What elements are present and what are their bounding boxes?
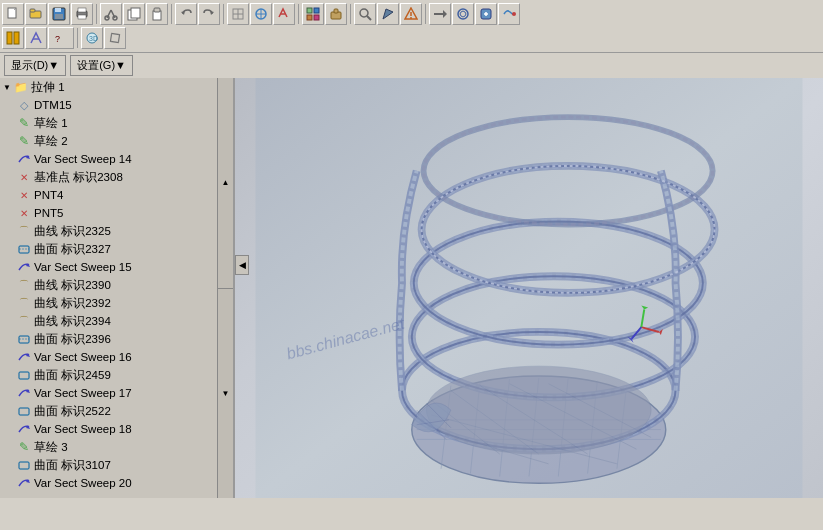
svg-marker-18 [181, 11, 185, 15]
tb2-btn-5[interactable] [104, 27, 126, 49]
tree-item-sketch1[interactable]: ✎ 草绘 1 [0, 114, 233, 132]
expand-arrow-root[interactable]: ▼ [2, 82, 12, 92]
tree-item-curve2325[interactable]: ⌒ 曲线 标识2325 [0, 222, 233, 240]
undo-btn[interactable] [175, 3, 197, 25]
tree-item-curve2392[interactable]: ⌒ 曲线 标识2392 [0, 294, 233, 312]
icon-surface3107 [16, 457, 32, 473]
tree-item-pnt2308[interactable]: ✕ 基准点 标识2308 [0, 168, 233, 186]
sep1 [96, 4, 97, 24]
tb2-btn-2[interactable] [25, 27, 47, 49]
tree-item-sweep16[interactable]: Var Sect Sweep 16 [0, 348, 233, 366]
feature-tree[interactable]: ▼ 📁 拉伸 1 ◇ DTM15 ✎ 草绘 1 ✎ 草绘 2 [0, 78, 233, 498]
tree-label-pnt5: PNT5 [34, 207, 63, 219]
tb-btn-2[interactable] [250, 3, 272, 25]
icon-pnt4: ✕ [16, 187, 32, 203]
icon-surface2459 [16, 367, 32, 383]
tree-item-sweep18[interactable]: Var Sect Sweep 18 [0, 420, 233, 438]
icon-sweep15 [16, 259, 32, 275]
tb2-btn-4[interactable]: 3D [81, 27, 103, 49]
viewport[interactable]: bbs.chinacae.net [235, 78, 823, 498]
svg-rect-17 [154, 8, 160, 12]
feature-tree-panel: ▼ 📁 拉伸 1 ◇ DTM15 ✎ 草绘 1 ✎ 草绘 2 [0, 78, 235, 498]
tree-label-sketch2: 草绘 2 [34, 134, 68, 149]
tree-label-curve2325: 曲线 标识2325 [34, 224, 111, 239]
sep4 [298, 4, 299, 24]
tb-btn-1[interactable] [227, 3, 249, 25]
new-btn[interactable] [2, 3, 24, 25]
svg-rect-54 [19, 246, 29, 253]
tree-item-surface2522[interactable]: 曲面 标识2522 [0, 402, 233, 420]
tree-item-surface2459[interactable]: 曲面 标识2459 [0, 366, 233, 384]
tree-scroll-arrows: ▲ ▼ [217, 78, 233, 498]
sep2 [171, 4, 172, 24]
svg-rect-60 [19, 372, 29, 379]
icon-curve2392: ⌒ [16, 295, 32, 311]
tb-btn-12[interactable] [498, 3, 520, 25]
3d-model-svg [235, 78, 823, 498]
display-menu-btn[interactable]: 显示(D)▼ [4, 55, 66, 76]
tree-item-sweep14[interactable]: Var Sect Sweep 14 [0, 150, 233, 168]
save-btn[interactable] [48, 3, 70, 25]
tree-item-pnt5[interactable]: ✕ PNT5 [0, 204, 233, 222]
tree-label-surface3107: 曲面 标识3107 [34, 458, 111, 473]
svg-rect-51 [110, 33, 119, 42]
print-btn[interactable] [71, 3, 93, 25]
tree-item-dtm15[interactable]: ◇ DTM15 [0, 96, 233, 114]
svg-rect-6 [55, 14, 63, 19]
tree-scroll-up[interactable]: ▲ [218, 78, 233, 289]
settings-menu-btn[interactable]: 设置(G)▼ [70, 55, 133, 76]
secondary-toolbar: ? 3D [2, 26, 821, 50]
icon-sweep17 [16, 385, 32, 401]
tree-label-dtm15: DTM15 [34, 99, 72, 111]
svg-rect-30 [314, 15, 319, 20]
tree-item-surface2327[interactable]: 曲面 标识2327 [0, 240, 233, 258]
tree-label-sweep18: Var Sect Sweep 18 [34, 423, 132, 435]
nav-arrow-left[interactable]: ◀ [235, 255, 249, 275]
copy-btn[interactable] [123, 3, 145, 25]
tree-item-curve2390[interactable]: ⌒ 曲线 标识2390 [0, 276, 233, 294]
tree-label-sweep17: Var Sect Sweep 17 [34, 387, 132, 399]
cut-btn[interactable] [100, 3, 122, 25]
svg-point-44 [512, 12, 516, 16]
tree-label-sweep20: Var Sect Sweep 20 [34, 477, 132, 489]
tb-btn-7[interactable] [377, 3, 399, 25]
tree-item-root[interactable]: ▼ 📁 拉伸 1 [0, 78, 233, 96]
tree-label-curve2394: 曲线 标识2394 [34, 314, 111, 329]
sep5 [350, 4, 351, 24]
tree-item-sketch2[interactable]: ✎ 草绘 2 [0, 132, 233, 150]
tb-btn-9[interactable] [429, 3, 451, 25]
tree-label-sweep15: Var Sect Sweep 15 [34, 261, 132, 273]
tb-btn-5[interactable] [325, 3, 347, 25]
tree-item-sweep15[interactable]: Var Sect Sweep 15 [0, 258, 233, 276]
tree-label-sweep14: Var Sect Sweep 14 [34, 153, 132, 165]
tree-item-curve2394[interactable]: ⌒ 曲线 标识2394 [0, 312, 233, 330]
tb2-btn-3[interactable]: ? [48, 27, 74, 49]
main-toolbar [2, 2, 821, 26]
tb-btn-4[interactable] [302, 3, 324, 25]
paste-btn[interactable] [146, 3, 168, 25]
icon-sweep14 [16, 151, 32, 167]
redo-btn[interactable] [198, 3, 220, 25]
tb-btn-8[interactable] [400, 3, 422, 25]
tb-btn-11[interactable] [475, 3, 497, 25]
tb-btn-10[interactable] [452, 3, 474, 25]
tree-item-sketch3[interactable]: ✎ 草绘 3 [0, 438, 233, 456]
svg-line-34 [367, 16, 371, 20]
icon-curve2390: ⌒ [16, 277, 32, 293]
tree-item-sweep20[interactable]: Var Sect Sweep 20 [0, 474, 233, 492]
icon-sketch3: ✎ [16, 439, 32, 455]
tree-scroll-down[interactable]: ▼ [218, 289, 233, 499]
tree-item-surface3107[interactable]: 曲面 标识3107 [0, 456, 233, 474]
tree-item-sweep17[interactable]: Var Sect Sweep 17 [0, 384, 233, 402]
tree-label-surface2396: 曲面 标识2396 [34, 332, 111, 347]
icon-curve2325: ⌒ [16, 223, 32, 239]
tb-btn-3[interactable] [273, 3, 295, 25]
open-btn[interactable] [25, 3, 47, 25]
svg-text:3D: 3D [89, 35, 98, 42]
tree-label-surface2459: 曲面 标识2459 [34, 368, 111, 383]
tb2-btn-1[interactable] [2, 27, 24, 49]
tree-item-pnt4[interactable]: ✕ PNT4 [0, 186, 233, 204]
tree-item-surface2396[interactable]: 曲面 标识2396 [0, 330, 233, 348]
tree-label-sweep16: Var Sect Sweep 16 [34, 351, 132, 363]
tb-btn-6[interactable] [354, 3, 376, 25]
